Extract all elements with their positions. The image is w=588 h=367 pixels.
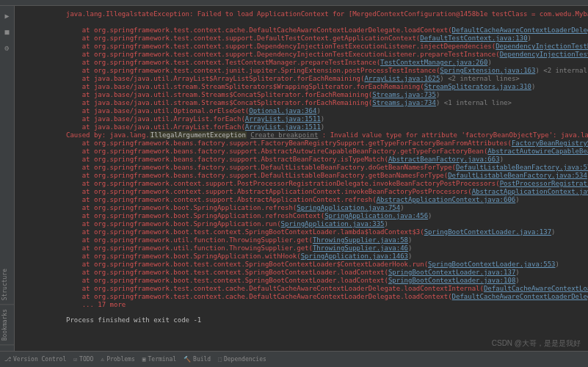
source-link[interactable]: StreamSpliterators.java:310 <box>424 83 531 90</box>
stack-line: at org.springframework.boot.test.context… <box>66 277 581 285</box>
source-link[interactable]: DefaultListableBeanFactory.java:534 <box>448 172 587 179</box>
source-link[interactable]: SpringBootContextLoader.java:108 <box>388 277 515 284</box>
source-link[interactable]: ArrayList.java:1511 <box>245 123 321 131</box>
source-link[interactable]: DefaultListableBeanFactory.java:575 <box>456 164 588 171</box>
source-link[interactable]: DependencyInjectionTestExecutionListener… <box>496 43 588 50</box>
tab-terminal[interactable]: ▣Terminal <box>142 356 176 363</box>
tab-version-control[interactable]: ⎇Version Control <box>4 356 66 363</box>
stack-line: at org.springframework.boot.test.context… <box>66 269 581 277</box>
stop-icon[interactable]: ■ <box>3 28 12 37</box>
source-link[interactable]: TestContextManager.java:260 <box>380 59 487 66</box>
stack-line: at org.springframework.boot.SpringApplic… <box>66 204 581 212</box>
source-link[interactable]: AbstractBeanFactory.java:663 <box>388 156 500 163</box>
source-link[interactable]: AbstractApplicationContext.java:788 <box>472 188 588 195</box>
source-link[interactable]: PostProcessorRegistrationDelegate.java:1… <box>500 180 588 187</box>
stack-line: Caused by: java.lang.IllegalArgumentExce… <box>66 131 581 139</box>
stack-line: at org.springframework.test.context.cach… <box>66 285 581 293</box>
source-link[interactable]: SpringApplication.java:456 <box>324 212 428 219</box>
rerun-icon[interactable]: ▶ <box>3 12 12 21</box>
stack-line: at org.springframework.test.context.supp… <box>66 43 581 51</box>
source-link[interactable]: SpringApplication.java:1463 <box>301 252 408 260</box>
source-link[interactable]: AbstractAutowireCapableBeanFactory.java:… <box>487 148 588 155</box>
exception-highlight[interactable]: IllegalArgumentException <box>150 131 247 139</box>
stack-line: at java.base/java.util.stream.Streams$Co… <box>66 91 581 99</box>
source-link[interactable]: FactoryBeanRegistrySupport.java:86 <box>512 139 588 147</box>
source-link[interactable]: SpringBootContextLoader.java:553 <box>428 261 555 268</box>
process-exit: Process finished with exit code -1 <box>66 316 581 324</box>
stack-line: at org.springframework.util.function.Thr… <box>66 244 581 252</box>
stack-line: at org.springframework.beans.factory.sup… <box>66 148 581 156</box>
stack-line: at org.springframework.boot.SpringApplic… <box>66 212 581 220</box>
stack-line: at org.springframework.util.function.Thr… <box>66 236 581 244</box>
stack-line: ... 17 more <box>66 301 581 309</box>
stack-line: at org.springframework.context.support.A… <box>66 196 581 204</box>
watermark: CSDN @大哥，是是是我好 <box>492 338 581 349</box>
stack-line: at org.springframework.boot.SpringApplic… <box>66 220 581 228</box>
source-link[interactable]: DefaultTestContext.java:130 <box>420 34 527 42</box>
source-link[interactable]: ThrowingSupplier.java:58 <box>313 236 408 244</box>
tab-structure[interactable]: Structure <box>0 265 15 305</box>
source-link[interactable]: DefaultCacheAwareContextLoaderDelegate.j… <box>484 285 588 292</box>
tab-dependencies[interactable]: ⬚Dependencies <box>218 356 266 363</box>
create-breakpoint-link[interactable]: Create breakpoint <box>250 131 318 139</box>
stack-line: at org.springframework.test.context.Test… <box>66 59 581 67</box>
source-link[interactable]: Streams.java:734 <box>372 99 436 106</box>
stack-line: at org.springframework.boot.test.context… <box>66 228 581 236</box>
source-link[interactable]: SpringBootContextLoader.java:137 <box>424 228 551 236</box>
stack-line: at org.springframework.test.context.cach… <box>66 26 581 34</box>
bottom-toolbar: ⎇Version Control ☑TODO ⚠Problems ▣Termin… <box>0 351 588 367</box>
stack-line: at org.springframework.boot.SpringApplic… <box>66 252 581 261</box>
source-link[interactable]: Optional.java:364 <box>249 107 316 115</box>
stack-line: at java.base/java.util.stream.StreamSpli… <box>66 83 581 91</box>
stack-line: at java.base/java.util.stream.Streams$Co… <box>66 99 581 107</box>
tab-build[interactable]: 🔨Build <box>184 356 211 363</box>
stack-line: at org.springframework.context.support.P… <box>66 180 581 188</box>
stack-line: java.lang.IllegalstateException: Failed … <box>66 10 581 18</box>
source-link[interactable]: SpringApplication.java:754 <box>297 204 400 211</box>
tab-bookmarks[interactable]: Bookmarks <box>0 305 15 345</box>
source-link[interactable]: DependencyInjectionTestExecutionListener… <box>500 51 588 58</box>
stack-line: at org.springframework.beans.factory.sup… <box>66 156 581 164</box>
source-link[interactable]: ArrayList.java:1511 <box>245 115 321 123</box>
tab-problems[interactable]: ⚠Problems <box>101 356 134 363</box>
stack-line: at org.springframework.beans.factory.sup… <box>66 139 581 148</box>
stack-line: at org.springframework.context.support.A… <box>66 188 581 196</box>
stack-line: at org.springframework.beans.factory.sup… <box>66 164 581 172</box>
stack-line: at org.springframework.test.context.cach… <box>66 293 581 301</box>
stack-line: at org.springframework.boot.test.context… <box>66 261 581 269</box>
stack-line <box>66 18 581 26</box>
top-toolbar <box>0 0 588 6</box>
stack-line: at org.springframework.beans.factory.sup… <box>66 172 581 180</box>
source-link[interactable]: DefaultCacheAwareContextLoaderDelegate.j… <box>452 26 588 34</box>
settings-icon[interactable]: ⚙ <box>3 44 12 53</box>
stack-line: at org.springframework.test.context.supp… <box>66 51 581 59</box>
source-link[interactable]: SpringExtension.java:163 <box>440 67 535 74</box>
stack-line: at java.base/java.util.ArrayList$ArrayLi… <box>66 75 581 83</box>
left-side-tabs: Structure Bookmarks <box>0 265 15 345</box>
source-link[interactable]: SpringApplication.java:335 <box>281 220 385 228</box>
tab-todo[interactable]: ☑TODO <box>73 356 93 363</box>
stack-line: at java.base/java.util.ArrayList.forEach… <box>66 123 581 131</box>
stack-line: at org.springframework.test.context.juni… <box>66 67 581 75</box>
stack-line: at java.base/java.util.Optional.orElseGe… <box>66 107 581 115</box>
source-link[interactable]: DefaultCacheAwareContextLoaderDelegate.j… <box>452 293 588 300</box>
source-link[interactable]: ArrayList.java:1625 <box>364 75 440 82</box>
stack-line: at java.base/java.util.ArrayList.forEach… <box>66 115 581 123</box>
source-link[interactable]: Streams.java:735 <box>372 91 436 98</box>
source-link[interactable]: AbstractApplicationContext.java:606 <box>377 196 516 203</box>
source-link[interactable]: SpringBootContextLoader.java:137 <box>388 269 515 276</box>
stack-line: at org.springframework.test.context.supp… <box>66 34 581 43</box>
console-output: java.lang.IllegalstateException: Failed … <box>15 6 588 351</box>
source-link[interactable]: ThrowingSupplier.java:46 <box>313 244 408 252</box>
